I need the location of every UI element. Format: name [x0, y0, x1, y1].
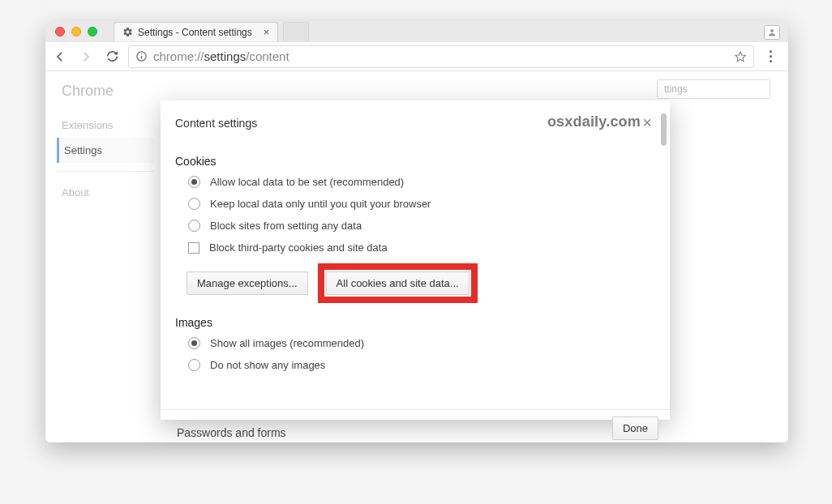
settings-search-input[interactable]: ttings [657, 79, 770, 99]
tab-title: Settings - Content settings [138, 27, 252, 38]
url-protocol: chrome:// [153, 49, 204, 63]
profile-button[interactable] [764, 25, 780, 40]
highlight-annotation: All cookies and site data... [318, 263, 478, 303]
settings-sidebar: Chrome Extensions Settings About [57, 78, 154, 205]
cookies-option-session[interactable]: Keep local data only until you quit your… [188, 198, 655, 210]
site-info-icon[interactable] [135, 50, 148, 63]
cookies-option-block[interactable]: Block sites from setting any data [188, 220, 655, 232]
close-window-button[interactable] [55, 27, 65, 36]
app-title: Chrome [57, 78, 154, 113]
radio-icon [188, 220, 200, 232]
images-option-show[interactable]: Show all images (recommended) [188, 337, 655, 349]
browser-tab[interactable]: Settings - Content settings × [114, 22, 278, 41]
new-tab-ghost[interactable] [283, 22, 309, 41]
manage-exceptions-button[interactable]: Manage exceptions... [187, 271, 308, 295]
radio-icon [188, 337, 200, 349]
dialog-title: Content settings [175, 117, 257, 130]
browser-toolbar: chrome:// settings /content [45, 42, 788, 71]
radio-icon [188, 176, 200, 188]
checkbox-label: Block third-party cookies and site data [209, 241, 388, 254]
option-label: Do not show any images [210, 359, 325, 371]
gear-icon [122, 27, 133, 37]
sidebar-item-settings[interactable]: Settings [57, 138, 154, 163]
reload-button[interactable] [102, 47, 122, 66]
svg-point-0 [770, 29, 774, 32]
option-label: Allow local data to be set (recommended) [210, 176, 404, 188]
images-option-hide[interactable]: Do not show any images [188, 359, 655, 371]
option-label: Show all images (recommended) [210, 337, 364, 349]
radio-icon [188, 198, 200, 210]
svg-point-3 [141, 53, 142, 54]
tab-close-icon[interactable]: × [264, 26, 270, 38]
minimize-window-button[interactable] [71, 27, 81, 36]
watermark-text: osxdaily.com [547, 113, 641, 130]
dialog-close-button[interactable]: × [639, 113, 655, 132]
cookies-option-allow[interactable]: Allow local data to be set (recommended) [188, 176, 655, 188]
checkbox-icon [188, 242, 199, 254]
back-button[interactable] [50, 47, 70, 66]
sidebar-item-about[interactable]: About [57, 180, 154, 205]
all-cookies-button[interactable]: All cookies and site data... [326, 271, 470, 295]
sidebar-item-extensions[interactable]: Extensions [57, 113, 154, 138]
browser-menu-button[interactable] [761, 47, 780, 66]
option-label: Block sites from setting any data [210, 220, 362, 232]
url-host: settings [204, 49, 247, 63]
window-titlebar: Settings - Content settings × [45, 21, 788, 42]
cookies-section-title: Cookies [175, 155, 655, 168]
url-path: /content [246, 49, 289, 63]
window-controls [45, 27, 97, 36]
forward-button[interactable] [76, 47, 96, 66]
radio-icon [188, 359, 200, 371]
address-bar[interactable]: chrome:// settings /content [128, 45, 754, 68]
content-settings-dialog: Content settings osxdaily.com × Cookies … [161, 100, 670, 420]
sidebar-separator [57, 171, 154, 172]
option-label: Keep local data only until you quit your… [210, 198, 431, 210]
done-button[interactable]: Done [612, 416, 658, 440]
images-section-title: Images [175, 316, 655, 329]
block-third-party-checkbox[interactable]: Block third-party cookies and site data [188, 241, 655, 254]
zoom-window-button[interactable] [88, 27, 97, 36]
bookmark-star-icon[interactable] [734, 50, 747, 63]
svg-marker-4 [736, 52, 745, 62]
